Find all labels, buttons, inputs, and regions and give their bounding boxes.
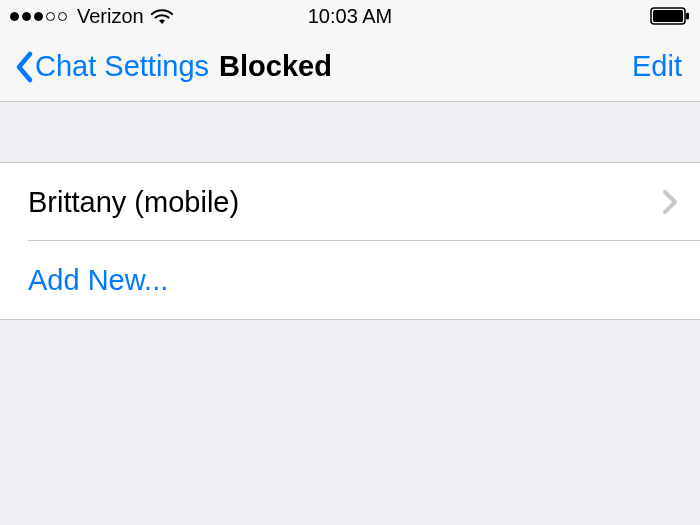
back-button[interactable]: Chat Settings [14, 50, 209, 84]
add-new-row[interactable]: Add New... [0, 241, 700, 319]
blocked-list: Brittany (mobile) Add New... [0, 162, 700, 320]
nav-bar: Chat Settings Blocked Edit [0, 32, 700, 102]
signal-strength-icon [10, 12, 67, 21]
blocked-contact-row[interactable]: Brittany (mobile) [0, 163, 700, 241]
contact-label: Brittany (mobile) [28, 186, 239, 219]
page-title: Blocked [219, 50, 332, 83]
chevron-left-icon [14, 50, 33, 84]
svg-rect-1 [653, 10, 683, 22]
edit-button[interactable]: Edit [632, 50, 682, 83]
status-left: Verizon [10, 5, 174, 28]
carrier-label: Verizon [77, 5, 144, 28]
add-new-label: Add New... [28, 264, 168, 297]
battery-icon [650, 7, 690, 25]
status-bar: Verizon 10:03 AM [0, 0, 700, 32]
content: Brittany (mobile) Add New... [0, 162, 700, 320]
chevron-right-icon [662, 189, 678, 215]
status-right [650, 7, 690, 25]
status-time: 10:03 AM [308, 5, 393, 28]
wifi-icon [150, 7, 174, 25]
svg-rect-2 [686, 13, 689, 20]
back-label: Chat Settings [35, 50, 209, 83]
